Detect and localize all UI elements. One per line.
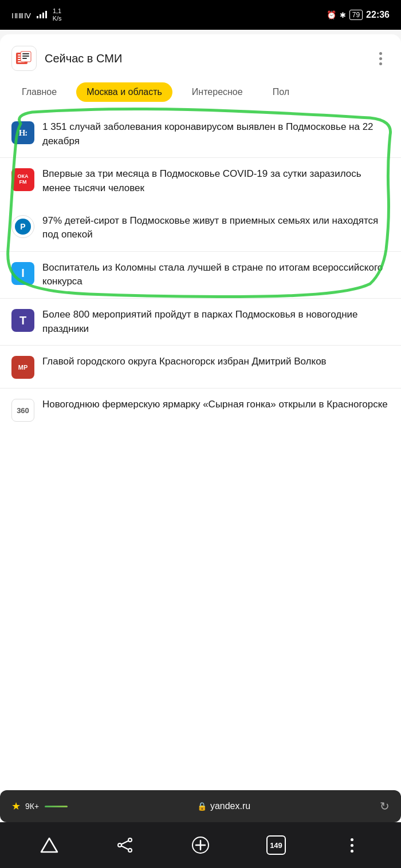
nav-dots — [351, 838, 353, 853]
svg-line-20 — [121, 846, 128, 850]
dot1 — [379, 52, 382, 55]
news-item-4[interactable]: I Воспитатель из Коломны стала лучшей в … — [0, 252, 401, 299]
source-icon-izvestia: I — [11, 262, 34, 285]
svg-rect-10 — [22, 53, 29, 54]
source-icon-tass: T — [11, 309, 34, 332]
bluetooth-icon: ✱ — [340, 11, 346, 19]
status-left: ⅠⅡⅢⅣ 1,1K/s — [11, 7, 62, 22]
svg-text:P: P — [20, 222, 25, 231]
news-item-6[interactable]: МР Главой городского округа Красногорск … — [0, 346, 401, 389]
battery-icon: 79 — [349, 10, 363, 20]
pulmo-svg: P — [14, 218, 32, 235]
status-bar: ⅠⅡⅢⅣ 1,1K/s ⏰ ✱ 79 22:36 — [0, 0, 401, 30]
tab-moskva-label: Москва и область — [87, 87, 162, 97]
nav-dot-3 — [351, 850, 353, 853]
source-icon-ng: Н: — [11, 121, 34, 144]
oka-label-bottom: FM — [19, 180, 27, 185]
dot2 — [379, 57, 382, 60]
source-icon-oka: ОКА FM — [11, 168, 34, 191]
nav-more-button[interactable] — [335, 831, 369, 859]
widget-title: Сейчас в СМИ — [45, 52, 122, 65]
back-button[interactable] — [32, 831, 66, 859]
signal-icon: ⅠⅡⅢⅣ — [11, 10, 49, 20]
news-text-2: Впервые за три месяца в Подмосковье COVI… — [42, 167, 390, 195]
news-text-5: Более 800 мероприятий пройдут в парках П… — [42, 308, 390, 336]
newspaper-icon — [15, 49, 33, 68]
tabs-button[interactable]: 149 — [259, 831, 293, 859]
news-list: Н: 1 351 случай заболевания коронавирусо… — [0, 111, 401, 431]
news-item-5[interactable]: T Более 800 мероприятий пройдут в парках… — [0, 299, 401, 346]
home-triangle-icon — [40, 836, 58, 854]
news-item-7[interactable]: 360 Новогоднюю фермерскую ярмарку «Сырна… — [0, 389, 401, 431]
svg-rect-1 — [40, 14, 41, 18]
network-speed: 1,1K/s — [53, 7, 62, 22]
widget-title-area: Сейчас в СМИ — [11, 46, 122, 71]
dot3 — [379, 62, 382, 65]
svg-rect-12 — [22, 58, 27, 59]
news-text-6: Главой городского округа Красногорск изб… — [42, 355, 390, 369]
nav-dot-1 — [351, 838, 353, 841]
tab-glavnoe-label: Главное — [22, 87, 57, 97]
tab-pol-label: Пол — [273, 87, 289, 97]
news-item-1[interactable]: Н: 1 351 случай заболевания коронавирусо… — [0, 111, 401, 158]
svg-point-16 — [118, 843, 121, 847]
source-icon-mk: МР — [11, 356, 34, 379]
content-area: Сейчас в СМИ Главное Москва и область Ин… — [0, 34, 401, 835]
tab-interesting-label: Интересное — [192, 87, 243, 97]
browser-bar: ★ 9К+ 🔒 yandex.ru ↻ — [0, 790, 401, 822]
time-display: 22:36 — [366, 10, 390, 20]
alarm-icon: ⏰ — [327, 10, 336, 19]
add-icon — [191, 836, 210, 854]
share-button[interactable] — [108, 831, 142, 859]
tab-interesting[interactable]: Интересное — [182, 82, 253, 102]
bookmark-count: 9К+ — [25, 802, 39, 811]
tabs-count: 149 — [266, 835, 286, 855]
nav-bar: 149 — [0, 822, 401, 868]
more-options-button[interactable] — [371, 49, 390, 68]
news-text-3: 97% детей-сирот в Подмосковье живут в пр… — [42, 214, 390, 242]
reload-button[interactable]: ↻ — [380, 799, 390, 813]
widget-logo — [11, 46, 37, 71]
status-right: ⏰ ✱ 79 22:36 — [327, 10, 390, 20]
news-text-4: Воспитатель из Коломны стала лучшей в ст… — [42, 261, 390, 289]
news-text-1: 1 351 случай заболевания коронавирусом в… — [42, 120, 390, 148]
tab-glavnoe[interactable]: Главное — [11, 82, 67, 102]
news-item-3[interactable]: P 97% детей-сирот в Подмосковье живут в … — [0, 205, 401, 252]
url-text: yandex.ru — [210, 801, 250, 811]
svg-rect-11 — [22, 56, 29, 57]
news-item-2[interactable]: ОКА FM Впервые за три месяца в Подмосков… — [0, 158, 401, 204]
nav-dot-2 — [351, 844, 353, 847]
svg-marker-15 — [41, 838, 57, 852]
tabs-area: Главное Москва и область Интересное Пол — [0, 78, 401, 111]
svg-point-17 — [128, 838, 132, 842]
svg-rect-0 — [37, 16, 38, 18]
highlighted-group: Н: 1 351 случай заболевания коронавирусо… — [0, 111, 401, 205]
svg-rect-2 — [42, 13, 44, 18]
star-icon: ★ — [11, 800, 21, 812]
share-icon — [116, 837, 133, 854]
widget-header: Сейчас в СМИ — [0, 34, 401, 78]
lock-icon: 🔒 — [197, 802, 207, 811]
bookmark-progress — [45, 806, 68, 807]
news-text-7: Новогоднюю фермерскую ярмарку «Сырная го… — [42, 398, 390, 412]
svg-line-19 — [121, 841, 128, 845]
tab-moskva[interactable]: Москва и область — [76, 82, 172, 102]
source-icon-360: 360 — [11, 399, 34, 422]
svg-point-18 — [128, 849, 132, 852]
url-section[interactable]: 🔒 yandex.ru — [197, 801, 250, 811]
bookmark-section[interactable]: ★ 9К+ — [11, 800, 68, 812]
new-tab-button[interactable] — [183, 831, 218, 859]
tab-pol[interactable]: Пол — [262, 82, 300, 102]
source-icon-pulmo: P — [11, 215, 34, 238]
svg-rect-3 — [45, 11, 47, 18]
